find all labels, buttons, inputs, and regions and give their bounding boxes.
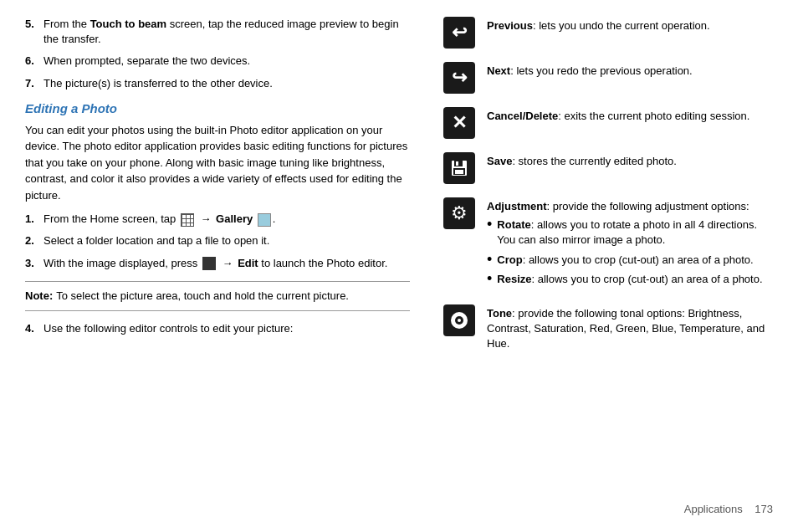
gallery-icon [258, 213, 271, 227]
tone-icon [443, 304, 475, 336]
previous-icon: ↩ [443, 17, 475, 49]
menu-icon [202, 257, 216, 270]
label: Cancel/Delete [487, 110, 558, 122]
desc-text: : lets you undo the current operation. [533, 19, 710, 32]
body-text: You can edit your photos using the built… [25, 122, 410, 204]
list-item-4: 4. Use the following editor controls to … [25, 321, 410, 336]
item-text: From the Touch to beam screen, tap the r… [43, 17, 410, 47]
bullet-text: Resize: allows you to crop (cut-out) an … [497, 272, 762, 287]
item-text: Select a folder location and tap a file … [43, 233, 410, 248]
label: Crop [497, 253, 522, 266]
bold-text: Touch to beam [90, 18, 166, 30]
next-icon: ↪ [443, 62, 475, 94]
footer-label: Applications [684, 503, 743, 515]
bullet-dot: • [487, 217, 492, 248]
list-item-1: 1. From the Home screen, tap → Gallery . [25, 212, 410, 227]
left-column: 5. From the Touch to beam screen, tap th… [25, 17, 410, 515]
item-number: 4. [25, 321, 43, 336]
desc-text: : stores the currently edited photo. [512, 155, 677, 167]
bullet-text: Crop: allows you to crop (cut-out) an ar… [497, 253, 753, 268]
list-item-6: 6. When prompted, separate the two devic… [25, 54, 410, 69]
list-item-2: 2. Select a folder location and tap a fi… [25, 233, 410, 248]
svg-point-7 [458, 319, 461, 322]
previous-desc: Previous: lets you undo the current oper… [487, 17, 773, 33]
tone-svg [448, 309, 470, 331]
bullet-text: Rotate: allows you to rotate a photo in … [497, 217, 773, 248]
item-text: Use the following editor controls to edi… [43, 321, 410, 336]
item-number: 1. [25, 212, 43, 227]
note-box: Note: To select the picture area, touch … [25, 281, 410, 311]
item-number: 6. [25, 54, 43, 69]
item-number: 3. [25, 256, 43, 271]
item-text: When prompted, separate the two devices. [43, 54, 410, 69]
bullet-crop: • Crop: allows you to crop (cut-out) an … [487, 253, 773, 268]
label: Previous [487, 19, 533, 32]
icon-row-save: Save: stores the currently edited photo. [443, 152, 773, 184]
section-title: Editing a Photo [25, 101, 410, 115]
label: Tone [487, 307, 512, 320]
icon-row-cancel: ✕ Cancel/Delete: exits the current photo… [443, 107, 773, 139]
note-text: To select the picture area, touch and ho… [56, 289, 349, 304]
list-item-7: 7. The picture(s) is transferred to the … [25, 76, 410, 91]
icon-row-previous: ↩ Previous: lets you undo the current op… [443, 17, 773, 49]
item-number: 7. [25, 76, 43, 91]
bullet-resize: • Resize: allows you to crop (cut-out) a… [487, 272, 773, 287]
label: Resize [497, 273, 531, 285]
icon-row-next: ↪ Next: lets you redo the previous opera… [443, 62, 773, 94]
next-desc: Next: lets you redo the previous operati… [487, 62, 773, 79]
save-icon [443, 152, 475, 184]
item-text: With the image displayed, press → Edit t… [43, 256, 410, 271]
desc-text: : exits the current photo editing sessio… [558, 110, 749, 122]
desc-text: : provide the following tonal options: B… [487, 307, 765, 350]
tone-desc: Tone: provide the following tonal option… [487, 304, 773, 352]
bold-text: Gallery [216, 212, 253, 225]
bullet-dot: • [487, 271, 492, 287]
desc-text: : lets you redo the previous operation. [510, 64, 693, 77]
bold-text: Edit [238, 257, 258, 269]
list-item-5: 5. From the Touch to beam screen, tap th… [25, 17, 410, 47]
page-footer: Applications 173 [684, 503, 773, 515]
label: Next [487, 64, 510, 77]
item-number: 5. [25, 17, 43, 47]
label: Adjustment [487, 200, 547, 212]
desc-text: : provide the following adjustment optio… [547, 200, 749, 212]
save-svg [450, 159, 468, 177]
arrow: → [200, 212, 211, 225]
item-text: The picture(s) is transferred to the oth… [43, 76, 410, 91]
page: 5. From the Touch to beam screen, tap th… [0, 0, 798, 532]
arrow: → [223, 257, 233, 269]
icon-row-tone: Tone: provide the following tonal option… [443, 304, 773, 352]
svg-rect-2 [456, 161, 458, 166]
item-text: From the Home screen, tap → Gallery . [43, 212, 410, 227]
note-label: Note: [25, 289, 53, 304]
adjustment-icon: ⚙ [443, 197, 475, 229]
item-number: 2. [25, 233, 43, 248]
footer-page-num: 173 [755, 503, 773, 515]
cancel-icon: ✕ [443, 107, 475, 139]
grid-icon [181, 213, 194, 227]
right-column: ↩ Previous: lets you undo the current op… [435, 17, 773, 515]
icon-row-adjustment: ⚙ Adjustment: provide the following adju… [443, 197, 773, 291]
bullet-rotate: • Rotate: allows you to rotate a photo i… [487, 217, 773, 248]
svg-rect-4 [455, 170, 463, 174]
cancel-desc: Cancel/Delete: exits the current photo e… [487, 107, 773, 124]
label: Rotate [497, 218, 530, 231]
label: Save [487, 155, 512, 167]
list-item-3: 3. With the image displayed, press → Edi… [25, 256, 410, 271]
save-desc: Save: stores the currently edited photo. [487, 152, 773, 169]
bullet-dot: • [487, 252, 492, 268]
adjustment-desc: Adjustment: provide the following adjust… [487, 197, 773, 291]
adjustment-bullets: • Rotate: allows you to rotate a photo i… [487, 217, 773, 287]
